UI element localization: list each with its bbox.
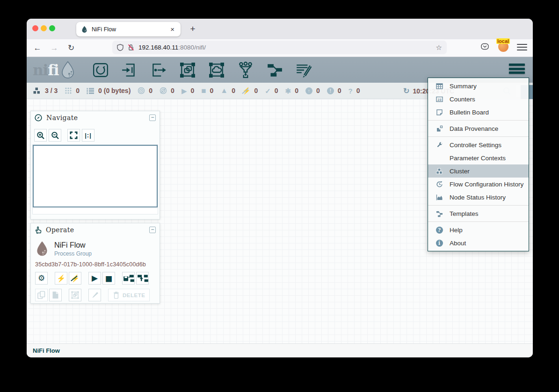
not-transmitting-status: 0 [160,87,174,94]
label-component[interactable] [295,62,312,78]
upload-template-button[interactable] [136,272,149,285]
operate-title: Operate [46,226,74,234]
menu-item-node-status-history[interactable]: Node Status History [428,191,529,204]
menu-item-cluster[interactable]: Cluster [428,164,529,178]
operate-header[interactable]: Operate − [31,223,160,236]
processor-component[interactable] [92,62,109,78]
stale-up-arrow-icon: ↑ [305,87,312,94]
locally-modified-stale-icon: ! [327,87,334,94]
svg-text:23: 23 [437,97,441,101]
component-name: NiFi Flow [54,241,92,249]
stopped-status: ■ 0 [201,87,213,95]
menu-item-summary[interactable]: Summary [428,79,529,93]
operate-collapse-button[interactable]: − [149,227,156,233]
queued-list-icon [87,87,94,94]
bookmark-star-icon[interactable]: ☆ [436,43,442,52]
url-bar[interactable]: 192.168.40.11:8080/nifi/ ☆ [112,41,447,54]
change-color-button[interactable] [88,289,101,301]
menu-separator [428,221,529,222]
global-menu: Summary 23 Counters Bulletin Board Data … [428,78,529,251]
provenance-icon [435,125,444,132]
stopped-square-icon: ■ [201,87,206,95]
forward-button[interactable]: → [48,42,60,54]
browser-tab[interactable]: NiFi Flow × [76,22,181,36]
selected-component: NiFi Flow Process Group [35,240,160,257]
logo-ni: ni [33,62,48,78]
reload-button[interactable]: ↻ [65,42,77,54]
birdseye-map[interactable] [33,145,158,207]
help-icon: ? [435,227,444,234]
nifi-drop-icon [60,61,76,79]
group-button[interactable] [69,289,81,301]
url-host: 192.168.40.11 [138,44,178,51]
delete-button[interactable]: DELETE [108,289,150,301]
new-tab-button[interactable]: + [186,22,199,36]
configure-button[interactable]: ⚙ [35,272,48,285]
breadcrumb[interactable]: NiFi Flow [33,347,60,354]
start-button[interactable]: ▶ [88,272,101,285]
component-id: 35cbd3b7-017b-1000-8bff-1c3405c00d6b [35,261,160,268]
cluster-count: 3 / 3 [45,87,58,94]
navigate-header[interactable]: Navigate − [31,111,160,124]
menu-item-data-provenance[interactable]: Data Provenance [428,122,529,135]
navigate-collapse-button[interactable]: − [149,114,156,121]
disabled-status: ⚡ 0 [242,87,258,94]
menu-item-counters[interactable]: 23 Counters [428,93,529,106]
menu-item-templates[interactable]: Templates [428,207,529,220]
input-port-component[interactable] [121,62,138,78]
zoom-in-button[interactable] [34,129,47,142]
operate-actions-row2: DELETE [35,289,160,301]
save-template-button[interactable] [122,272,135,285]
summary-table-icon [435,83,444,90]
template-component[interactable] [266,62,283,78]
process-group-component[interactable] [179,62,196,78]
close-window-button[interactable] [32,25,38,31]
profile-avatar[interactable]: local [498,42,508,52]
disabled-bolt-slash-icon: ⚡ [242,87,250,94]
enable-button[interactable]: ⚡ [55,272,67,285]
back-button[interactable]: ← [31,42,44,54]
shield-icon[interactable] [117,44,123,51]
funnel-component[interactable] [237,62,254,78]
remote-process-group-component[interactable] [208,62,225,78]
nifi-global-menu-button[interactable] [509,64,525,76]
menu-item-parameter-contexts[interactable]: Parameter Contexts [428,151,529,164]
menu-item-help[interactable]: ? Help [428,223,529,236]
paste-button[interactable] [49,289,62,301]
zoom-fit-button[interactable] [67,129,80,142]
counters-icon: 23 [435,96,444,103]
insecure-lock-icon[interactable] [128,44,134,51]
disable-button[interactable]: ⚡ [69,272,81,285]
locally-modified-status: ✱ 0 [285,87,298,94]
stop-square-icon: ■ [105,272,113,285]
output-port-component[interactable] [150,62,167,78]
menu-item-bulletin-board[interactable]: Bulletin Board [428,106,529,119]
pocket-icon[interactable] [480,42,489,53]
zoom-out-button[interactable] [49,129,61,142]
upload-template-icon [137,274,148,283]
stale-status: ↑ 0 [305,87,320,94]
minimize-window-button[interactable] [41,25,47,31]
refresh-icon[interactable]: ↻ [403,87,409,95]
invalid-status: ▲ 0 [220,87,235,94]
compass-icon [35,114,42,121]
copy-button[interactable] [35,289,48,301]
save-template-icon [123,274,134,283]
menu-separator [428,136,529,137]
stop-button[interactable]: ■ [102,272,115,285]
menu-item-controller-settings[interactable]: Controller Settings [428,138,529,151]
menu-item-about[interactable]: i About [428,236,529,249]
delete-label: DELETE [123,292,145,298]
tab-close-icon[interactable]: × [169,25,176,33]
zoom-actual-size-button[interactable]: |:| [82,129,94,142]
firefox-menu-button[interactable] [517,42,527,51]
component-toolbar [92,62,312,78]
running-play-icon: ▶ [181,87,187,94]
sync-failure-question-icon: ? [348,87,353,94]
navigate-buttons: |:| [34,129,160,142]
zoom-window-button[interactable] [49,25,55,31]
menu-item-flow-configuration-history[interactable]: Flow Configuration History [428,178,529,191]
sync-failure-status: ? 0 [348,87,360,94]
navigate-palette: Navigate − |:| [30,111,160,220]
operate-actions-row1: ⚙ ⚡ ⚡ ▶ ■ [35,272,160,285]
